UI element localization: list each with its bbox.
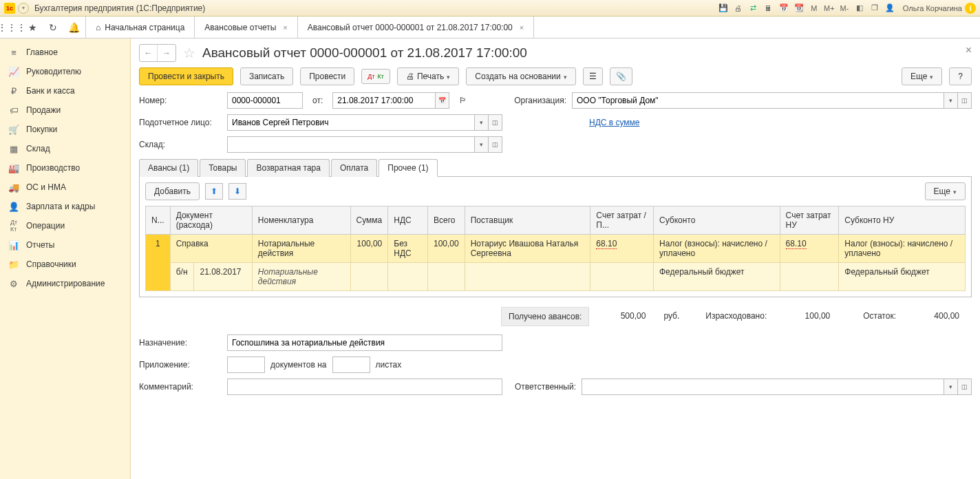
col-acct-nu[interactable]: Счет затрат НУ (780, 206, 839, 235)
open-icon[interactable]: ◫ (489, 114, 502, 131)
m-button[interactable]: M (808, 2, 820, 14)
tab-payment[interactable]: Оплата (331, 159, 377, 177)
cell-empty[interactable] (780, 263, 839, 291)
open-icon[interactable]: ◫ (958, 92, 972, 109)
print-icon[interactable]: 🖨 (732, 2, 745, 14)
m-minus-button[interactable]: M- (838, 2, 851, 14)
cell-empty[interactable] (428, 263, 465, 291)
cell-nom[interactable]: Нотариальные действия (252, 263, 350, 291)
cell-subk[interactable]: Налог (взносы): начислено / уплачено (653, 235, 780, 263)
cell-vat[interactable]: Без НДС (388, 235, 428, 263)
back-button[interactable]: ← (140, 45, 158, 61)
attach-sheets-input[interactable] (332, 356, 370, 373)
sidebar-item-sales[interactable]: 🏷Продажи (0, 100, 130, 120)
col-sum[interactable]: Сумма (350, 206, 388, 235)
calendar-icon[interactable]: 📅 (778, 2, 790, 14)
tab-home[interactable]: ⌂ Начальная страница (86, 17, 195, 38)
sidebar-item-payroll[interactable]: 👤Зарплата и кадры (0, 197, 130, 216)
cell-sum[interactable]: 100,00 (350, 235, 388, 263)
purpose-input[interactable] (227, 334, 502, 351)
info-icon[interactable]: i (965, 3, 976, 14)
sidebar-item-main[interactable]: ≡Главное (0, 43, 130, 62)
post-button[interactable]: Провести (300, 67, 354, 85)
dropdown-icon[interactable]: ▾ (944, 92, 958, 109)
close-icon[interactable]: × (283, 23, 287, 32)
close-icon[interactable]: × (520, 23, 524, 32)
dropdown-icon[interactable]: ▾ (475, 136, 489, 153)
tab-advances[interactable]: Авансы (1) (139, 159, 198, 177)
col-subk[interactable]: Субконто (653, 206, 780, 235)
flag-icon[interactable]: 🏳 (459, 96, 467, 105)
create-based-button[interactable]: Создать на основании (466, 67, 576, 85)
sidebar-item-assets[interactable]: 🚚ОС и НМА (0, 178, 130, 197)
open-icon[interactable]: ◫ (958, 379, 972, 395)
number-input[interactable] (227, 92, 303, 109)
save-icon[interactable]: 💾 (717, 2, 729, 14)
cell-total[interactable]: 100,00 (428, 235, 465, 263)
cell-supplier[interactable]: Нотариус Ивашова Наталья Сергеевна (465, 235, 590, 263)
history-icon[interactable]: ↻ (47, 21, 59, 34)
print-button[interactable]: 🖨Печать (397, 67, 459, 85)
cell-subk-nu[interactable]: Налог (взносы): начислено / уплачено (839, 235, 966, 263)
col-nom[interactable]: Номенклатура (252, 206, 350, 235)
post-and-close-button[interactable]: Провести и закрыть (139, 67, 233, 85)
cell-subk[interactable]: Федеральный бюджет (653, 263, 780, 291)
calculator-icon[interactable]: 🖩 (763, 2, 775, 14)
responsible-input[interactable] (582, 379, 944, 395)
window-icon[interactable]: ❐ (869, 2, 881, 14)
m-plus-button[interactable]: M+ (823, 2, 835, 14)
sidebar-item-production[interactable]: 🏭Производство (0, 158, 130, 178)
tab-other[interactable]: Прочее (1) (379, 159, 437, 177)
apps-icon[interactable]: ⋮⋮⋮ (6, 21, 18, 34)
col-n[interactable]: N... (146, 206, 171, 235)
person-input[interactable] (227, 114, 475, 131)
more-button[interactable]: Еще (902, 67, 942, 85)
sidebar-item-reports[interactable]: 📊Отчеты (0, 235, 130, 255)
cell-empty[interactable] (465, 263, 590, 291)
sidebar-item-purchases[interactable]: 🛒Покупки (0, 120, 130, 139)
cell-doc-num[interactable]: б/н (170, 263, 194, 291)
table-row[interactable]: б/н 21.08.2017 Нотариальные действия Фед… (146, 263, 966, 291)
grid-more-button[interactable]: Еще (925, 182, 966, 200)
table-row[interactable]: 1 Справка Нотариальные действия 100,00 Б… (146, 235, 966, 263)
cell-doc[interactable]: Справка (170, 235, 252, 263)
tab-expense-reports[interactable]: Авансовые отчеты × (195, 17, 297, 38)
layout-icon[interactable]: ◧ (853, 2, 866, 14)
structure-button[interactable]: ☰ (583, 67, 603, 85)
move-down-button[interactable]: ⬇ (228, 183, 246, 200)
move-up-button[interactable]: ⬆ (205, 183, 223, 200)
sidebar-item-operations[interactable]: ДтКтОперации (0, 216, 130, 235)
warehouse-input[interactable] (227, 136, 475, 153)
cell-empty[interactable] (590, 263, 654, 291)
sidebar-item-manager[interactable]: 📈Руководителю (0, 62, 130, 81)
cell-acct[interactable]: 68.10 (590, 235, 654, 263)
org-input[interactable] (572, 92, 944, 109)
attach-docs-input[interactable] (227, 356, 265, 373)
user-name[interactable]: Ольга Корчагина (903, 4, 962, 12)
star-icon[interactable]: ★ (26, 21, 39, 34)
vat-mode-link[interactable]: НДС в сумме (589, 118, 640, 127)
attach-button[interactable]: 📎 (610, 67, 632, 85)
sidebar-item-warehouse[interactable]: ▦Склад (0, 139, 130, 158)
cell-empty[interactable] (350, 263, 388, 291)
compare-icon[interactable]: ⇄ (747, 2, 760, 14)
help-button[interactable]: ? (949, 67, 972, 85)
forward-button[interactable]: → (158, 45, 175, 61)
close-page-button[interactable]: × (966, 44, 972, 56)
tab-goods[interactable]: Товары (200, 159, 246, 177)
sidebar-item-catalogs[interactable]: 📁Справочники (0, 255, 130, 274)
tab-expense-report-doc[interactable]: Авансовый отчет 0000-000001 от 21.08.201… (298, 17, 535, 38)
col-total[interactable]: Всего (428, 206, 465, 235)
cell-acct-nu[interactable]: 68.10 (780, 235, 839, 263)
cell-doc-date[interactable]: 21.08.2017 (194, 263, 252, 291)
col-doc[interactable]: Документ (расхода) (170, 206, 252, 235)
add-row-button[interactable]: Добавить (145, 182, 200, 200)
open-icon[interactable]: ◫ (489, 136, 502, 153)
bell-icon[interactable]: 🔔 (67, 21, 80, 34)
col-supplier[interactable]: Поставщик (465, 206, 590, 235)
comment-input[interactable] (227, 379, 502, 395)
cell-subk-nu[interactable]: Федеральный бюджет (839, 263, 966, 291)
dropdown-icon[interactable]: ▾ (475, 114, 489, 131)
favorite-star-icon[interactable]: ☆ (183, 45, 195, 61)
dk-postings-button[interactable]: ДтКт (361, 69, 390, 84)
